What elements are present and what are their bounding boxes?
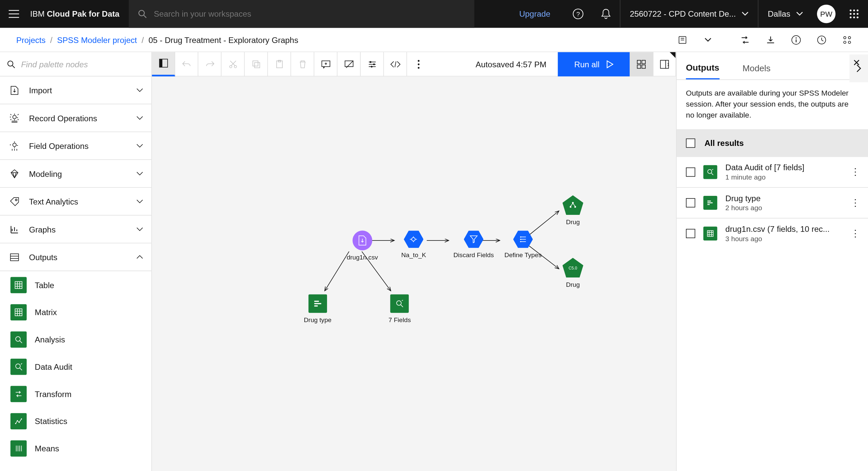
palette-group-outputs[interactable]: Outputs <box>0 243 151 271</box>
upgrade-link[interactable]: Upgrade <box>505 0 564 28</box>
panel-view-button[interactable]: 1 <box>653 52 676 76</box>
palette-node-analysis[interactable]: Analysis <box>0 326 151 353</box>
node-label: Define Types <box>504 251 541 259</box>
chevron-down-icon[interactable] <box>696 28 720 51</box>
palette-group-graphs[interactable]: Graphs <box>0 215 151 243</box>
svg-point-29 <box>15 423 16 424</box>
palette-node-label: Table <box>35 280 54 290</box>
palette-group-import[interactable]: Import <box>0 77 151 104</box>
info-icon[interactable] <box>785 28 808 51</box>
palette-node-matrix[interactable]: Matrix <box>0 298 151 326</box>
node-drug-type[interactable]: Drug type <box>304 295 331 324</box>
tab-models[interactable]: Models <box>742 57 770 78</box>
close-icon[interactable]: ✕ <box>849 56 863 70</box>
global-search-input[interactable] <box>154 9 465 19</box>
overflow-icon[interactable]: ⋮ <box>849 197 861 208</box>
palette-group-field-ops[interactable]: Field Operations <box>0 132 151 160</box>
filter-icon <box>464 231 483 248</box>
all-results-label: All results <box>704 138 744 147</box>
outputs-note: Outputs are available during your SPSS M… <box>677 80 868 129</box>
grid-view-button[interactable] <box>630 52 653 76</box>
svg-point-20 <box>8 61 13 66</box>
palette-node-table[interactable]: Table <box>0 271 151 298</box>
palette-node-transform[interactable]: Transform <box>0 380 151 407</box>
overflow-button[interactable] <box>407 52 430 76</box>
comment-button[interactable] <box>314 52 338 76</box>
cut-button[interactable] <box>221 52 245 76</box>
svg-point-17 <box>848 36 851 39</box>
region-dropdown[interactable]: Dallas <box>758 0 812 28</box>
swap-icon[interactable] <box>733 28 757 51</box>
output-result[interactable]: drug1n.csv (7 fields, 10 rec... 3 hours … <box>677 218 868 248</box>
palette-node-statistics[interactable]: Statistics <box>0 407 151 435</box>
chevron-down-icon <box>136 199 143 204</box>
history-icon[interactable] <box>810 28 833 51</box>
delete-button[interactable] <box>291 52 314 76</box>
gear-icon <box>8 141 21 151</box>
palette-node-data-audit[interactable]: Data Audit <box>0 353 151 380</box>
means-icon <box>10 440 27 456</box>
svg-point-14 <box>796 37 797 38</box>
result-checkbox[interactable] <box>686 229 695 238</box>
transform-icon <box>10 386 27 402</box>
output-result[interactable]: Data Audit of [7 fields] 1 minute ago ⋮ <box>677 157 868 188</box>
svg-point-31 <box>19 422 20 423</box>
svg-rect-26 <box>15 308 22 315</box>
palette-node-means[interactable]: Means <box>0 435 151 462</box>
flow-canvas[interactable]: drug1n.csv Na_to_K Discard Fields Define… <box>152 77 676 471</box>
node-drug-model-top[interactable]: Drug <box>562 195 583 225</box>
svg-point-7 <box>853 13 855 15</box>
redo-button[interactable] <box>198 52 222 76</box>
svg-point-63 <box>520 236 521 237</box>
settings-icon[interactable] <box>836 28 859 51</box>
svg-point-18 <box>844 41 846 43</box>
code-button[interactable] <box>384 52 407 76</box>
result-checkbox[interactable] <box>686 167 695 176</box>
svg-point-16 <box>844 36 846 39</box>
overflow-icon[interactable]: ⋮ <box>849 228 861 239</box>
node-source[interactable]: drug1n.csv <box>347 231 378 261</box>
node-discard[interactable]: Discard Fields <box>453 231 494 258</box>
breadcrumb-project[interactable]: SPSS Modeler project <box>57 35 137 44</box>
output-result[interactable]: Drug type 2 hours ago ⋮ <box>677 188 868 218</box>
node-define-types[interactable]: Define Types <box>504 231 541 258</box>
result-checkbox[interactable] <box>686 198 695 207</box>
bookmark-icon[interactable] <box>671 28 694 51</box>
select-all-checkbox[interactable] <box>686 138 695 147</box>
palette-group-label: Outputs <box>29 253 136 262</box>
palette-group-record-ops[interactable]: Record Operations <box>0 104 151 132</box>
all-results-header[interactable]: All results <box>677 129 868 157</box>
notifications-icon[interactable] <box>592 0 620 28</box>
svg-point-48 <box>418 67 419 68</box>
search-icon <box>138 9 147 19</box>
download-icon[interactable] <box>759 28 782 51</box>
avatar[interactable]: PW <box>817 5 836 23</box>
palette-search-input[interactable] <box>21 59 144 69</box>
breadcrumb-root[interactable]: Projects <box>16 35 46 44</box>
svg-point-6 <box>850 13 852 15</box>
node-seven-fields[interactable]: 7 Fields <box>388 295 411 324</box>
sliders-button[interactable] <box>361 52 384 76</box>
help-icon[interactable]: ? <box>564 0 592 28</box>
menu-icon[interactable] <box>0 0 28 28</box>
run-all-button[interactable]: Run all <box>558 52 630 76</box>
copy-button[interactable] <box>245 52 268 76</box>
account-name: 2560722 - CPD Content De... <box>630 9 736 19</box>
node-drug-model-bot[interactable]: C5.0 Drug <box>562 258 583 288</box>
palette-search[interactable] <box>0 52 151 77</box>
palette-toggle-button[interactable] <box>152 52 175 76</box>
chevron-down-icon <box>136 171 143 176</box>
tab-outputs[interactable]: Outputs <box>686 57 719 79</box>
overflow-icon[interactable]: ⋮ <box>849 166 861 177</box>
svg-point-70 <box>397 301 401 305</box>
palette-group-text-analytics[interactable]: Text Analytics <box>0 188 151 215</box>
no-comment-button[interactable] <box>337 52 361 76</box>
paste-button[interactable] <box>268 52 291 76</box>
account-dropdown[interactable]: 2560722 - CPD Content De... <box>620 0 758 28</box>
node-na-to-k[interactable]: Na_to_K <box>401 231 426 258</box>
app-switcher-icon[interactable] <box>840 0 868 28</box>
undo-button[interactable] <box>175 52 198 76</box>
palette-group-modeling[interactable]: Modeling <box>0 160 151 188</box>
global-search[interactable] <box>129 0 474 28</box>
type-icon <box>513 231 533 248</box>
